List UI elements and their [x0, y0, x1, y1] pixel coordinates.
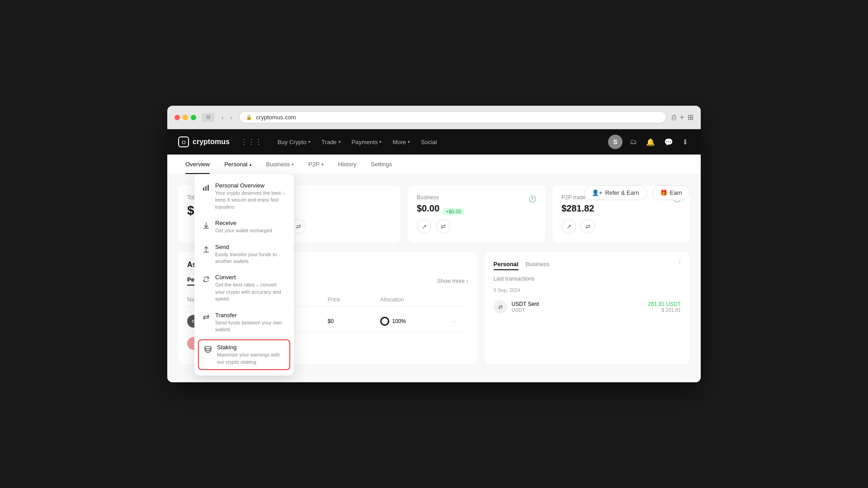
bell-icon[interactable]: 🔔	[644, 136, 657, 148]
personal-dropdown: Personal Overview Your crypto deserves t…	[194, 174, 294, 375]
chevron-down-icon: ▾	[321, 162, 324, 167]
p2p-convert-button[interactable]: ⇄	[580, 219, 595, 234]
new-tab-button[interactable]: +	[680, 113, 684, 122]
business-label: Business	[417, 194, 439, 201]
subnav-history[interactable]: History	[331, 155, 363, 174]
send-icon	[202, 244, 211, 253]
tx-name: USDT Sent	[512, 301, 644, 307]
chevron-right-icon: ›	[679, 258, 681, 266]
url-text: cryptomus.com	[256, 114, 296, 121]
col-actions	[451, 296, 468, 303]
top-right-actions: 👤+ Refer & Earn 🎁 Earn	[584, 185, 690, 200]
refer-icon: 👤+	[592, 189, 603, 196]
p2p-card-actions: ↗ ⇄	[561, 219, 681, 234]
chevron-down-icon: ▾	[408, 140, 410, 144]
dropdown-convert[interactable]: Convert Get the best rates – convert you…	[194, 269, 294, 307]
refer-earn-button[interactable]: 👤+ Refer & Earn	[584, 185, 647, 200]
chevron-up-icon: ▴	[250, 162, 252, 167]
allocation-circle	[380, 317, 389, 326]
logo[interactable]: ◻ cryptomus	[178, 136, 230, 147]
col-allocation: Allocation	[380, 296, 450, 303]
dropdown-receive[interactable]: Receive Get your wallet recharged	[194, 215, 294, 239]
transaction-tabs: Personal Business	[494, 261, 550, 270]
show-more-button[interactable]: Show more ›	[437, 278, 468, 284]
nav-payments[interactable]: Payments ▾	[347, 136, 387, 148]
p2p-label: P2P trade	[561, 194, 585, 201]
clock-icon: 🕐	[528, 195, 536, 202]
transfer-icon: ⇄	[494, 300, 507, 314]
svg-rect-1	[205, 186, 207, 191]
chevron-down-icon: ▾	[379, 140, 382, 144]
dropdown-staking[interactable]: Staking Maximize your earnings with our …	[198, 339, 290, 370]
row-menu-crms[interactable]: ···	[451, 318, 468, 325]
traffic-light-green[interactable]	[191, 115, 196, 120]
business-change-badge: +$0.00	[443, 208, 464, 215]
transfer-icon	[202, 313, 211, 322]
back-button[interactable]: ‹	[220, 113, 226, 122]
dropdown-send[interactable]: Send Easily transfer your funds to anoth…	[194, 239, 294, 270]
svg-rect-0	[203, 188, 204, 191]
address-bar[interactable]: 🔒 cryptomus.com	[239, 111, 666, 123]
list-item: ⇄ USDT Sent USDT 281.81 USDT $ 281.81	[494, 296, 681, 317]
sub-nav: Overview Personal ▴ Business ▾ P2P ▾ His…	[167, 155, 701, 174]
subnav-overview[interactable]: Overview	[178, 155, 217, 174]
subnav-personal[interactable]: Personal ▴	[217, 155, 259, 174]
logo-icon: ◻	[178, 136, 189, 147]
transactions-tab-row: Personal Business ›	[494, 261, 681, 270]
nav-links: Buy Crypto ▾ Trade ▾ Payments ▾ More ▾ S…	[273, 136, 597, 148]
chevron-down-icon: ▾	[308, 140, 311, 144]
col-price: Price	[328, 296, 381, 303]
tab-business-tx[interactable]: Business	[526, 261, 550, 270]
browser-chrome: ⊟ ‹ › 🔒 cryptomus.com ⎙ + ⊞	[167, 106, 701, 129]
earn-button[interactable]: 🎁 Earn	[652, 185, 690, 200]
business-convert-button[interactable]: ⇄	[436, 219, 450, 234]
p2p-send-button[interactable]: ↗	[561, 219, 576, 234]
tx-amount-block: 281.81 USDT $ 281.81	[648, 301, 681, 313]
browser-window: ⊟ ‹ › 🔒 cryptomus.com ⎙ + ⊞ ◻ cryptomus …	[167, 106, 701, 382]
p2p-value: $281.82	[561, 203, 681, 214]
grid-view-button[interactable]: ⊞	[688, 113, 693, 122]
nav-social[interactable]: Social	[416, 136, 441, 148]
gift-icon: 🎁	[660, 189, 667, 196]
dropdown-transfer[interactable]: Transfer Send funds between your own wal…	[194, 307, 294, 338]
business-card-actions: ↗ ⇄	[417, 219, 536, 234]
dropdown-personal-overview[interactable]: Personal Overview Your crypto deserves t…	[194, 178, 294, 215]
business-value: $0.00	[417, 203, 439, 214]
subnav-business[interactable]: Business ▾	[259, 155, 302, 174]
tx-sub: USDT	[512, 307, 644, 313]
crms-allocation: 100%	[380, 317, 450, 326]
traffic-light-red[interactable]	[175, 115, 180, 120]
svg-rect-2	[208, 185, 209, 191]
chevron-down-icon: ▾	[292, 162, 294, 167]
forward-button[interactable]: ›	[228, 113, 234, 122]
browser-actions: ⎙ + ⊞	[672, 113, 693, 122]
nav-trade[interactable]: Trade ▾	[317, 136, 345, 148]
download-icon[interactable]: ⬇	[680, 136, 690, 148]
receive-icon	[202, 221, 211, 230]
staking-icon	[203, 345, 212, 354]
chevron-right-icon: ›	[467, 278, 468, 284]
traffic-lights	[175, 115, 196, 120]
subnav-settings[interactable]: Settings	[363, 155, 399, 174]
logo-text: cryptomus	[193, 138, 230, 146]
last-transactions-label: Last transactions	[494, 276, 681, 282]
nav-buy-crypto[interactable]: Buy Crypto ▾	[273, 136, 315, 148]
tab-personal-tx[interactable]: Personal	[494, 261, 519, 270]
business-send-button[interactable]: ↗	[417, 219, 431, 234]
tx-date: 9 Sep, 2024	[494, 287, 681, 293]
wallet-icon[interactable]: 🗂	[628, 136, 639, 148]
chat-icon[interactable]: 💬	[662, 136, 675, 148]
nav-more[interactable]: More ▾	[388, 136, 415, 148]
sidebar-toggle-button[interactable]: ⊟	[202, 113, 214, 122]
subnav-p2p[interactable]: P2P ▾	[301, 155, 331, 174]
transactions-panel: Personal Business › Last transactions 9 …	[485, 252, 690, 364]
business-balance-card: Business 🕐 $0.00 +$0.00 ↗ ⇄	[408, 185, 545, 243]
app-container: ◻ cryptomus ⋮⋮⋮ Buy Crypto ▾ Trade ▾ Pay…	[167, 129, 701, 382]
browser-nav: ‹ ›	[220, 113, 234, 122]
crms-price: $0	[328, 318, 381, 324]
traffic-light-yellow[interactable]	[183, 115, 188, 120]
convert-icon	[202, 275, 211, 284]
share-button[interactable]: ⎙	[672, 113, 676, 122]
avatar[interactable]: S	[608, 135, 623, 149]
apps-grid-icon[interactable]: ⋮⋮⋮	[241, 138, 262, 146]
